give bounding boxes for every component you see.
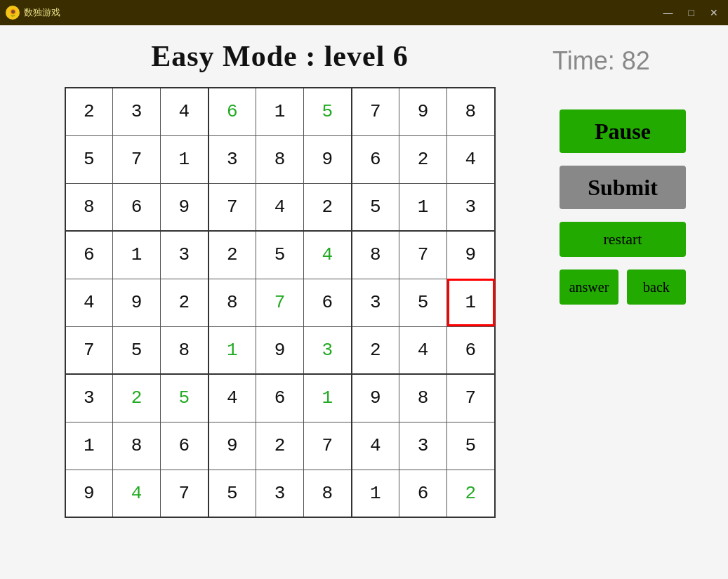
- app-title: 数独游戏: [24, 6, 60, 19]
- table-row[interactable]: 1: [352, 470, 399, 517]
- bottom-buttons: answer back: [560, 269, 686, 305]
- table-row[interactable]: 1: [304, 374, 352, 422]
- pause-button[interactable]: Pause: [560, 109, 686, 153]
- table-row[interactable]: 8: [65, 183, 113, 231]
- table-row[interactable]: 3: [256, 470, 304, 517]
- table-row[interactable]: 2: [209, 231, 256, 279]
- title-bar-controls: — □ ✕: [659, 6, 722, 20]
- table-row[interactable]: 5: [304, 88, 352, 135]
- table-row[interactable]: 5: [352, 183, 399, 231]
- table-row[interactable]: 2: [65, 88, 113, 135]
- table-row[interactable]: 8: [304, 470, 352, 517]
- table-row[interactable]: 5: [447, 422, 495, 470]
- minimize-button[interactable]: —: [659, 6, 677, 20]
- page-title: Easy Mode : level 6: [151, 39, 409, 73]
- table-row[interactable]: 1: [447, 279, 495, 326]
- table-row[interactable]: 2: [161, 279, 209, 326]
- table-row[interactable]: 4: [65, 279, 113, 326]
- table-row[interactable]: 5: [209, 470, 256, 517]
- table-row[interactable]: 5: [256, 231, 304, 279]
- right-panel: Time: 82 Pause Submit restart answer bac…: [538, 39, 707, 565]
- table-row[interactable]: 8: [399, 374, 447, 422]
- table-row[interactable]: 9: [65, 470, 113, 517]
- table-row[interactable]: 9: [161, 183, 209, 231]
- table-row[interactable]: 3: [352, 279, 399, 326]
- table-row[interactable]: 1: [161, 135, 209, 183]
- table-row[interactable]: 7: [447, 374, 495, 422]
- table-row[interactable]: 6: [352, 135, 399, 183]
- timer-display: Time: 82: [552, 46, 650, 76]
- table-row[interactable]: 3: [209, 135, 256, 183]
- table-row[interactable]: 2: [304, 183, 352, 231]
- table-row[interactable]: 9: [209, 422, 256, 470]
- main-content: Easy Mode : level 6 23461579857138962486…: [0, 25, 728, 579]
- table-row[interactable]: 1: [399, 183, 447, 231]
- table-row[interactable]: 1: [209, 326, 256, 374]
- table-row[interactable]: 5: [65, 135, 113, 183]
- table-row[interactable]: 1: [65, 422, 113, 470]
- table-row[interactable]: 7: [209, 183, 256, 231]
- table-row[interactable]: 4: [209, 374, 256, 422]
- table-row[interactable]: 5: [161, 374, 209, 422]
- title-bar: 🌻 数独游戏 — □ ✕: [0, 0, 728, 25]
- table-row[interactable]: 7: [399, 231, 447, 279]
- table-row[interactable]: 8: [352, 231, 399, 279]
- table-row[interactable]: 3: [399, 422, 447, 470]
- table-row[interactable]: 4: [352, 422, 399, 470]
- submit-button[interactable]: Submit: [560, 166, 686, 209]
- table-row[interactable]: 4: [447, 135, 495, 183]
- table-row[interactable]: 6: [256, 374, 304, 422]
- table-row[interactable]: 9: [256, 326, 304, 374]
- table-row[interactable]: 7: [65, 326, 113, 374]
- table-row[interactable]: 6: [447, 326, 495, 374]
- table-row[interactable]: 9: [304, 135, 352, 183]
- table-row[interactable]: 9: [447, 231, 495, 279]
- table-row[interactable]: 2: [399, 135, 447, 183]
- table-row[interactable]: 2: [352, 326, 399, 374]
- table-row[interactable]: 3: [113, 88, 161, 135]
- table-row[interactable]: 6: [113, 183, 161, 231]
- table-row[interactable]: 8: [161, 326, 209, 374]
- table-row[interactable]: 4: [161, 88, 209, 135]
- maximize-button[interactable]: □: [684, 6, 699, 20]
- table-row[interactable]: 6: [161, 422, 209, 470]
- sudoku-grid: 2346157985713896248697425136132548794928…: [65, 87, 496, 518]
- table-row[interactable]: 2: [113, 374, 161, 422]
- answer-button[interactable]: answer: [560, 269, 618, 305]
- table-row[interactable]: 8: [256, 135, 304, 183]
- table-row[interactable]: 3: [65, 374, 113, 422]
- table-row[interactable]: 1: [113, 231, 161, 279]
- table-row[interactable]: 2: [256, 422, 304, 470]
- title-bar-left: 🌻 数独游戏: [6, 6, 60, 20]
- table-row[interactable]: 3: [447, 183, 495, 231]
- table-row[interactable]: 6: [65, 231, 113, 279]
- table-row[interactable]: 1: [256, 88, 304, 135]
- table-row[interactable]: 4: [304, 231, 352, 279]
- table-row[interactable]: 7: [161, 470, 209, 517]
- table-row[interactable]: 2: [447, 470, 495, 517]
- table-row[interactable]: 7: [256, 279, 304, 326]
- table-row[interactable]: 9: [399, 88, 447, 135]
- table-row[interactable]: 8: [113, 422, 161, 470]
- back-button[interactable]: back: [627, 269, 686, 305]
- table-row[interactable]: 6: [209, 88, 256, 135]
- table-row[interactable]: 4: [256, 183, 304, 231]
- table-row[interactable]: 4: [399, 326, 447, 374]
- restart-button[interactable]: restart: [560, 222, 686, 257]
- close-button[interactable]: ✕: [706, 6, 722, 20]
- table-row[interactable]: 3: [161, 231, 209, 279]
- table-row[interactable]: 9: [352, 374, 399, 422]
- table-row[interactable]: 4: [113, 470, 161, 517]
- table-row[interactable]: 9: [113, 279, 161, 326]
- table-row[interactable]: 5: [399, 279, 447, 326]
- table-row[interactable]: 3: [304, 326, 352, 374]
- table-row[interactable]: 7: [113, 135, 161, 183]
- table-row[interactable]: 6: [399, 470, 447, 517]
- table-row[interactable]: 6: [304, 279, 352, 326]
- table-row[interactable]: 7: [352, 88, 399, 135]
- table-row[interactable]: 8: [447, 88, 495, 135]
- table-row[interactable]: 5: [113, 326, 161, 374]
- table-row[interactable]: 8: [209, 279, 256, 326]
- table-row[interactable]: 7: [304, 422, 352, 470]
- app-icon: 🌻: [6, 6, 20, 20]
